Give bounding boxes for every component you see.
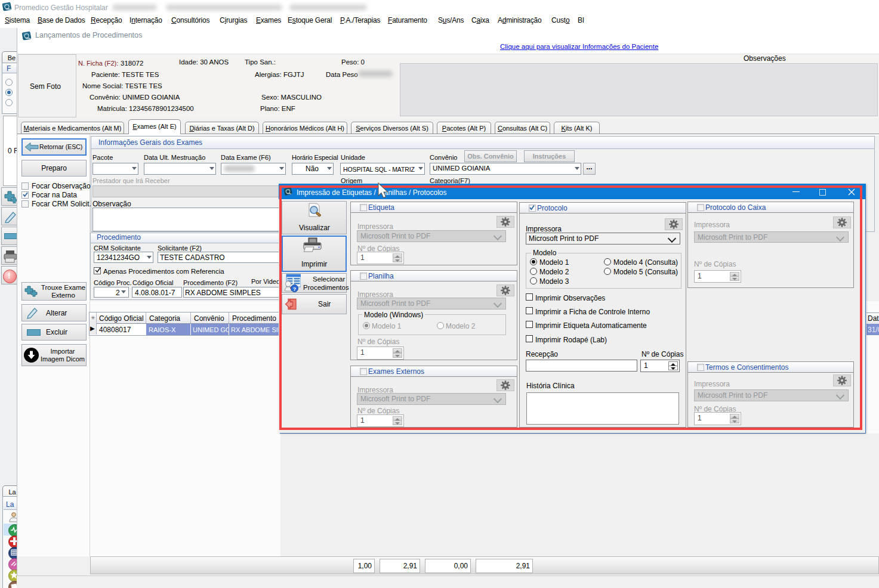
svg-text:?: ? bbox=[293, 286, 297, 292]
